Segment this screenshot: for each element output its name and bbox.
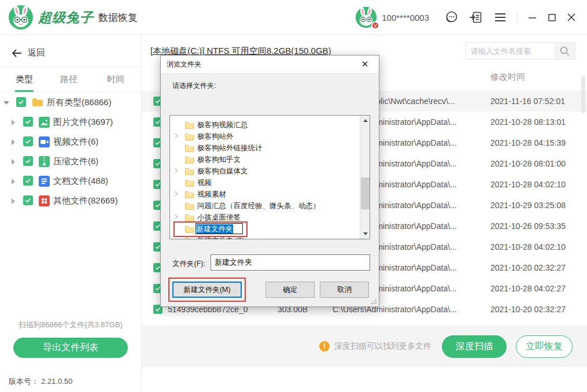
sidebar-tab[interactable]: 路径: [60, 66, 77, 92]
sidebar-tree-item[interactable]: 视频文件(6): [0, 132, 141, 151]
file-type-icon: [38, 116, 50, 128]
check-icon: [155, 306, 161, 312]
ok-button[interactable]: 确定: [265, 282, 315, 298]
dialog-tree-item[interactable]: 极客狗站外链接统计 极客狗站外链接统计: [170, 142, 360, 154]
scroll-down-icon[interactable]: [360, 229, 370, 239]
caret-icon[interactable]: [12, 198, 15, 204]
file-modified-time: 2021-10-28 04:02:27: [490, 278, 583, 299]
dialog-titlebar[interactable]: 浏览文件夹 ✕: [161, 56, 379, 73]
dialog-tree-item[interactable]: 极客狗知乎文 极客狗知乎文: [170, 154, 360, 165]
dialog-tree-item[interactable]: 新建文件夹 新建文件夹: [170, 223, 360, 235]
expand-chevron-icon[interactable]: [173, 134, 178, 138]
caret-icon[interactable]: [12, 159, 15, 165]
avatar[interactable]: V: [355, 6, 377, 28]
vip-badge: V: [371, 21, 379, 29]
tab-label: 类型: [16, 74, 33, 84]
dialog-tree-item[interactable]: 极客狗视频汇总 极客狗视频汇总: [170, 119, 360, 131]
folder-icon: [185, 236, 194, 239]
cancel-button[interactable]: 取消: [320, 282, 369, 298]
type-label: 其他文件(82669): [53, 191, 118, 210]
type-checkbox[interactable]: [23, 136, 33, 146]
sidebar-tree-item[interactable]: 其他文件(82669): [0, 191, 141, 210]
search-input[interactable]: [466, 43, 554, 59]
back-button[interactable]: 返回: [12, 47, 45, 58]
dialog-close-icon[interactable]: ✕: [356, 56, 374, 73]
scroll-up-icon[interactable]: [360, 116, 370, 125]
folder-icon: [185, 213, 194, 224]
app-logo: 超级兔子 数据恢复: [8, 5, 138, 30]
minimize-button[interactable]: [525, 9, 540, 26]
type-label: 视频文件(6): [53, 132, 98, 151]
sidebar-tree-item[interactable]: 所有类型(86866): [0, 93, 141, 112]
back-label: 返回: [28, 47, 45, 58]
dialog-tree-item[interactable]: 视频 视频: [170, 177, 360, 188]
folder-name: 小孩桌面便签: [197, 212, 241, 223]
dialog-tree-item[interactable]: 小孩桌面便签 小孩桌面便签: [170, 212, 360, 223]
folder-name: 极客狗自媒体文: [197, 165, 248, 177]
type-checkbox[interactable]: [23, 117, 33, 127]
caret-icon[interactable]: [12, 139, 15, 145]
folder-name: 极客狗站外链接统计: [197, 142, 263, 154]
folder-name-input[interactable]: [211, 254, 370, 271]
type-checkbox[interactable]: [23, 176, 33, 186]
folder-rename-input[interactable]: 新建文件夹: [195, 223, 243, 234]
dialog-tree-item[interactable]: 极客狗站外 极客狗站外: [170, 131, 360, 142]
customer-service-icon[interactable]: [443, 9, 460, 26]
dialog-prompt: 请选择文件夹:: [172, 81, 216, 91]
dialog-scrollbar[interactable]: [360, 116, 370, 239]
column-header-modified-time[interactable]: 修改时间: [490, 72, 525, 83]
file-type-icon: [38, 156, 50, 167]
close-button[interactable]: [564, 9, 579, 26]
maximize-button[interactable]: [544, 9, 559, 26]
dialog-tree-item[interactable]: 视频素材 视频素材: [170, 188, 360, 200]
folder-icon: [185, 132, 194, 143]
brand-name: 超级兔子: [38, 9, 94, 27]
brand-subtitle: 数据恢复: [98, 11, 138, 24]
titlebar: 超级兔子 数据恢复 V 100****0003: [0, 0, 587, 35]
folder-icon: [185, 156, 194, 166]
menu-icon[interactable]: [492, 9, 509, 26]
search-button[interactable]: [554, 43, 575, 59]
expand-chevron-icon[interactable]: [173, 191, 178, 196]
type-checkbox[interactable]: [16, 97, 26, 107]
sidebar-tabs: 类型 路径 时间: [0, 66, 141, 93]
export-file-list-button[interactable]: 导出文件列表: [13, 338, 128, 358]
list-scrollbar[interactable]: [581, 76, 585, 113]
browse-folder-dialog: 浏览文件夹 ✕ 请选择文件夹: 极客狗视频汇总 极客狗视频汇总 极客狗站外 极客…: [160, 55, 379, 307]
dialog-title: 浏览文件夹: [167, 60, 201, 69]
expand-chevron-icon[interactable]: [173, 215, 178, 219]
sidebar-tab[interactable]: 类型: [16, 66, 33, 92]
folder-icon: [185, 179, 194, 189]
sidebar-tree-item[interactable]: 图片文件(3697): [0, 112, 141, 132]
folder-name: 极客狗知乎文: [197, 154, 241, 165]
dialog-tree-item[interactable]: 极客狗自媒体文 极客狗自媒体文: [170, 165, 360, 177]
caret-icon[interactable]: [12, 179, 15, 184]
folder-icon: [185, 121, 194, 131]
new-folder-button[interactable]: 新建文件夹(M): [172, 282, 242, 298]
expand-chevron-icon[interactable]: [173, 168, 178, 173]
type-checkbox[interactable]: [23, 156, 33, 166]
file-modified-time: 2021-10-28 04:02:10: [490, 174, 583, 195]
resize-grip[interactable]: [371, 298, 377, 305]
folder-name: 视频素材: [197, 188, 226, 200]
scrollbar-thumb[interactable]: [361, 177, 370, 209]
type-label: 图片文件(3697): [53, 112, 113, 132]
dialog-tree-item[interactable]: 新建文件夹 (2) 新建文件夹 (2): [170, 235, 360, 239]
recover-now-button[interactable]: 立即恢复: [516, 335, 573, 358]
type-checkbox[interactable]: [23, 195, 33, 205]
sidebar-tree-item[interactable]: 压缩文件(6): [0, 151, 141, 171]
caret-icon[interactable]: [3, 101, 9, 105]
file-modified-time: 2021-10-29 03:25:08: [490, 195, 583, 216]
sidebar-tree-item[interactable]: 文档文件(488): [0, 171, 141, 191]
folder-icon: [185, 202, 194, 212]
dialog-tree-item[interactable]: 问题汇总（百度经验、微头条、动态） 问题汇总（百度经验、微头条、动态）: [170, 200, 360, 212]
folder-field-label: 文件夹(F):: [172, 259, 205, 269]
back-arrow-icon: [12, 49, 22, 57]
deep-scan-button[interactable]: 深度扫描: [442, 335, 507, 358]
folder-name: 问题汇总（百度经验、微头条、动态）: [197, 200, 320, 212]
caret-icon[interactable]: [12, 120, 15, 125]
folder-tree: 极客狗视频汇总 极客狗视频汇总 极客狗站外 极客狗站外 极客狗站外链接统计 极客…: [169, 115, 370, 239]
feedback-icon[interactable]: [467, 9, 485, 26]
sidebar-tab[interactable]: 时间: [107, 66, 124, 92]
folder-icon: [185, 167, 194, 177]
